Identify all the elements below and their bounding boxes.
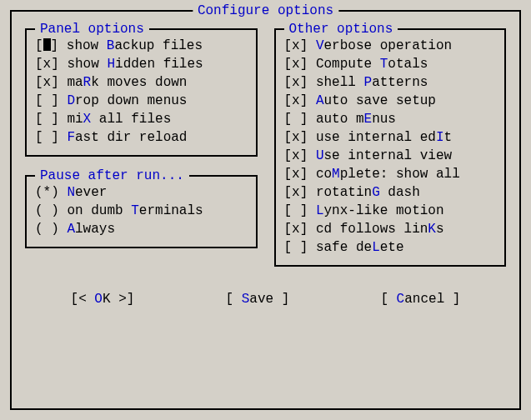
pause-after-run-title: Pause after run... — [35, 167, 189, 185]
other-option-checkbox[interactable]: [ ] safe deLete — [284, 238, 497, 257]
panel-option-checkbox[interactable]: [ ] miX all files — [35, 110, 248, 128]
panel-options-list: [] show Backup files[x] show Hidden file… — [35, 37, 248, 147]
other-options-group: Other options [x] Verbose operation[x] C… — [274, 28, 507, 267]
other-options-list: [x] Verbose operation[x] Compute Totals[… — [284, 37, 497, 257]
cursor-icon — [43, 38, 51, 51]
ok-button[interactable]: [< OK >] — [71, 290, 135, 308]
pause-option-radio[interactable]: ( ) Always — [35, 220, 248, 238]
other-option-checkbox[interactable]: [x] Auto save setup — [284, 92, 497, 110]
other-option-checkbox[interactable]: [x] coMplete: show all — [284, 165, 497, 183]
pause-option-radio[interactable]: (*) Never — [35, 183, 248, 202]
other-option-checkbox[interactable]: [x] Compute Totals — [284, 55, 497, 73]
panel-option-checkbox[interactable]: [ ] Fast dir reload — [35, 128, 248, 147]
columns: Panel options [] show Backup files[x] sh… — [25, 28, 506, 285]
panel-options-title: Panel options — [35, 20, 149, 38]
cancel-button[interactable]: [ Cancel ] — [380, 290, 460, 308]
other-options-title: Other options — [284, 20, 398, 38]
other-option-checkbox[interactable]: [x] rotatinG dash — [284, 183, 497, 202]
other-option-checkbox[interactable]: [x] shell Patterns — [284, 73, 497, 92]
panel-option-checkbox[interactable]: [] show Backup files — [35, 37, 248, 55]
other-option-checkbox[interactable]: [x] use internal edIt — [284, 128, 497, 147]
save-button[interactable]: [ Save ] — [225, 290, 289, 308]
other-option-checkbox[interactable]: [x] Verbose operation — [284, 37, 497, 55]
other-option-checkbox[interactable]: [ ] Lynx-like motion — [284, 202, 497, 220]
panel-option-checkbox[interactable]: [x] maRk moves down — [35, 73, 248, 92]
panel-option-checkbox[interactable]: [ ] Drop down menus — [35, 92, 248, 110]
other-option-checkbox[interactable]: [x] Use internal view — [284, 147, 497, 165]
pause-after-run-group: Pause after run... (*) Never( ) on dumb … — [25, 175, 258, 248]
button-bar: [< OK >] [ Save ] [ Cancel ] — [25, 290, 506, 308]
right-column: Other options [x] Verbose operation[x] C… — [274, 28, 507, 285]
panel-option-checkbox[interactable]: [x] show Hidden files — [35, 55, 248, 73]
other-option-checkbox[interactable]: [ ] auto mEnus — [284, 110, 497, 128]
pause-option-radio[interactable]: ( ) on dumb Terminals — [35, 202, 248, 220]
panel-options-group: Panel options [] show Backup files[x] sh… — [25, 28, 258, 157]
left-column: Panel options [] show Backup files[x] sh… — [25, 28, 258, 285]
configure-options-dialog: Configure options Panel options [] show … — [10, 10, 521, 410]
dialog-title: Configure options — [193, 2, 338, 20]
pause-after-run-list: (*) Never( ) on dumb Terminals( ) Always — [35, 183, 248, 238]
other-option-checkbox[interactable]: [x] cd follows linKs — [284, 220, 497, 238]
